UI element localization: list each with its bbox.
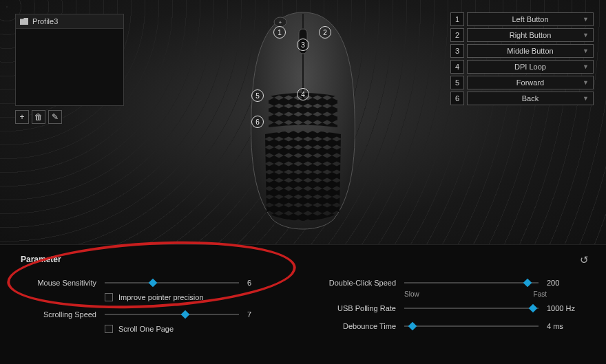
assign-row: 6 Back▼ [450,92,594,105]
assign-number: 2 [450,28,464,42]
assign-row: 1 Left Button▼ [450,12,594,26]
assign-number: 3 [450,44,464,58]
assign-number: 5 [450,76,464,89]
profile-name: Profile3 [32,17,58,25]
param-column-right: Double-Click Speed 200 Slow Fast USB Pol… [320,277,585,340]
scroll-one-page-label: Scroll One Page [118,325,174,333]
profile-tools: + 🗑 ✎ [15,110,62,124]
debounce-slider[interactable] [404,321,539,331]
mouse-diagram: ✦ 1 2 3 4 5 6 [231,7,375,235]
parameter-panel: Parameter ↺ Mouse Sensitivity 6 Improve … [0,244,606,364]
assign-number: 4 [450,60,464,74]
profile-item[interactable]: Profile3 [16,14,123,29]
assign-row: 4 DPI Loop▼ [450,60,594,74]
scrolling-speed-value: 7 [247,310,286,319]
polling-rate-label: USB Polling Rate [320,304,396,312]
edit-profile-button[interactable]: ✎ [48,110,62,124]
assign-select-4[interactable]: DPI Loop▼ [467,60,594,74]
top-area: Profile3 + 🗑 ✎ ✦ [0,0,606,244]
improve-precision-checkbox[interactable] [105,293,113,301]
assign-label: Forward [516,78,544,87]
assign-label: Left Button [512,15,548,23]
assign-select-5[interactable]: Forward▼ [467,76,594,89]
polling-rate-value: 1000 Hz [547,304,585,312]
double-click-slider[interactable] [404,278,539,288]
profile-list: Profile3 [15,14,124,106]
assign-row: 3 Middle Button▼ [450,44,594,58]
callout-2: 2 [319,26,331,39]
improve-precision-label: Improve pointer precision [118,293,204,301]
callout-5: 5 [251,89,264,102]
scrolling-speed-label: Scrolling Speed [21,310,96,319]
mouse-sensitivity-value: 6 [247,279,286,287]
chevron-down-icon: ▼ [583,63,589,70]
debounce-label: Debounce Time [320,322,396,330]
double-click-label: Double-Click Speed [320,279,396,287]
scroll-one-page-checkbox[interactable] [105,325,113,333]
add-profile-button[interactable]: + [15,110,29,124]
assign-select-1[interactable]: Left Button▼ [467,12,594,26]
double-click-high: Fast [534,290,547,298]
chevron-down-icon: ▼ [583,16,589,23]
button-assignments: 1 Left Button▼ 2 Right Button▼ 3 Middle … [450,12,594,107]
svg-text:✦: ✦ [278,20,282,25]
assign-label: Back [522,94,539,103]
chevron-down-icon: ▼ [583,95,589,102]
chevron-down-icon: ▼ [583,79,589,86]
assign-number: 1 [450,12,464,26]
double-click-value: 200 [547,279,585,287]
param-column-left: Mouse Sensitivity 6 Improve pointer prec… [21,277,286,340]
scrolling-speed-slider[interactable] [105,310,239,319]
callout-3: 3 [297,39,309,51]
callout-1: 1 [273,26,286,39]
mouse-sensitivity-label: Mouse Sensitivity [21,279,96,287]
assign-select-6[interactable]: Back▼ [467,92,594,105]
double-click-low: Slow [404,290,419,298]
assign-label: Right Button [510,31,552,39]
callout-6: 6 [251,116,264,128]
assign-select-3[interactable]: Middle Button▼ [467,44,594,58]
polling-rate-slider[interactable] [404,303,539,313]
chevron-down-icon: ▼ [583,47,589,54]
mouse-sensitivity-slider[interactable] [105,278,239,288]
delete-profile-button[interactable]: 🗑 [32,110,45,124]
assign-label: DPI Loop [514,63,546,71]
assign-number: 6 [450,92,464,105]
assign-label: Middle Button [507,47,553,55]
reset-button[interactable]: ↺ [577,253,591,267]
assign-select-2[interactable]: Right Button▼ [467,28,594,42]
debounce-value: 4 ms [547,322,585,330]
callout-4: 4 [297,88,309,100]
assign-row: 2 Right Button▼ [450,28,594,42]
folder-icon [20,18,28,25]
chevron-down-icon: ▼ [583,32,589,39]
panel-title: Parameter [21,255,585,264]
assign-row: 5 Forward▼ [450,76,594,89]
